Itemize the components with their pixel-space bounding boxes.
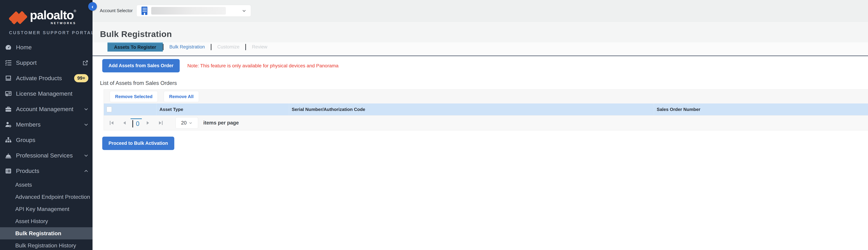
select-all-checkbox[interactable] <box>106 106 112 112</box>
account-selector-dropdown[interactable] <box>136 5 251 17</box>
certificate-icon <box>4 90 12 98</box>
gauge-icon <box>4 43 12 51</box>
first-page-button[interactable] <box>107 118 117 128</box>
sidebar-item-assets[interactable]: Assets <box>0 179 93 191</box>
proceed-to-bulk-activation-button[interactable]: Proceed to Bulk Activation <box>102 137 174 150</box>
sidebar-item-label: Account Management <box>16 106 84 113</box>
sub-item-label: Bulk Registration History <box>15 242 76 249</box>
page-input-caret <box>132 120 133 127</box>
title-area: Bulk Registration Assets To Register Bul… <box>93 22 868 56</box>
sidebar-item-home[interactable]: Home <box>0 39 93 55</box>
previous-page-button[interactable] <box>120 118 129 128</box>
tab-bulk-registration[interactable]: Bulk Registration <box>163 42 211 52</box>
list-box-icon <box>4 167 12 175</box>
sidebar-item-label: Members <box>16 121 84 128</box>
sidebar-item-label: Activate Products <box>16 75 74 82</box>
sub-item-label: Assets <box>15 182 32 188</box>
chevron-down-icon <box>242 8 246 13</box>
sidebar-item-activate-products[interactable]: Activate Products 99+ <box>0 70 93 86</box>
chevron-down-icon <box>84 107 88 112</box>
sidebar: paloalto® NETWORKS CUSTOMER SUPPORT PORT… <box>0 0 93 250</box>
add-assets-button[interactable]: Add Assets from Sales Order <box>102 59 180 72</box>
paloalto-logo: paloalto® NETWORKS <box>9 9 86 26</box>
sidebar-item-account-management[interactable]: Account Management <box>0 101 93 117</box>
member-gear-icon <box>4 121 12 128</box>
sidebar-item-groups[interactable]: Groups <box>0 132 93 148</box>
page-title: Bulk Registration <box>93 22 868 42</box>
brand-name: paloalto <box>30 8 73 22</box>
assets-grid: Remove Selected Remove All Asset Type Se… <box>104 89 868 130</box>
sidebar-item-api-key-management[interactable]: API Key Management <box>0 203 93 215</box>
brand-sub: NETWORKS <box>30 22 76 25</box>
remove-selected-button[interactable]: Remove Selected <box>110 91 158 102</box>
sidebar-item-members[interactable]: Members <box>0 117 93 132</box>
chevron-left-icon: ‹ <box>92 3 93 10</box>
sub-item-label: Bulk Registration <box>15 230 61 237</box>
sub-item-label: API Key Management <box>15 206 69 212</box>
proceed-row: Proceed to Bulk Activation <box>102 137 868 150</box>
action-row: Add Assets from Sales Order Note: This f… <box>102 59 868 72</box>
header-cell-serial-number[interactable]: Serial Number/Authorization Code <box>289 103 654 115</box>
building-icon <box>141 6 148 15</box>
sidebar-item-advanced-endpoint-protection[interactable]: Advanced Endpoint Protection <box>0 191 93 203</box>
app-root: paloalto® NETWORKS CUSTOMER SUPPORT PORT… <box>0 0 868 250</box>
grid-toolbar: Remove Selected Remove All <box>104 90 868 103</box>
products-sub-nav: Assets Advanced Endpoint Protection API … <box>0 179 93 250</box>
next-page-button[interactable] <box>143 118 153 128</box>
tab-label: Assets To Register <box>114 44 156 50</box>
sidebar-item-label: Home <box>16 44 88 51</box>
account-name-redacted <box>151 7 226 14</box>
remove-all-button[interactable]: Remove All <box>164 91 199 102</box>
sidebar-item-asset-history[interactable]: Asset History <box>0 215 93 227</box>
laptop-icon <box>4 74 12 82</box>
sidebar-item-label: Support <box>16 59 83 66</box>
chevron-down-icon <box>189 121 192 125</box>
chevron-down-icon <box>84 122 88 127</box>
tab-label: Bulk Registration <box>169 44 205 50</box>
sidebar-item-license-management[interactable]: License Management <box>0 86 93 101</box>
main-area: Account Selector Feedback <box>93 0 868 250</box>
sidebar-item-support[interactable]: Support <box>0 55 93 70</box>
topbar: Account Selector Feedback <box>93 0 868 22</box>
header-cell-asset-type[interactable]: Asset Type <box>157 103 289 115</box>
sidebar-item-bulk-registration-history[interactable]: Bulk Registration History <box>0 240 93 250</box>
sidebar-item-label: Products <box>16 167 84 174</box>
logo-block: paloalto® NETWORKS CUSTOMER SUPPORT PORT… <box>0 0 93 37</box>
sidebar-item-label: Groups <box>16 137 88 144</box>
portal-name: CUSTOMER SUPPORT PORTAL <box>9 30 86 35</box>
tab-label: Review <box>252 44 267 50</box>
page-content: Add Assets from Sales Order Note: This f… <box>93 56 868 250</box>
registered-mark: ® <box>73 9 76 13</box>
tab-customize: Customize <box>212 42 245 52</box>
items-per-page-label: items per page <box>203 120 239 126</box>
page-size-value: 20 <box>181 120 187 126</box>
chevron-up-icon <box>84 169 88 173</box>
header-cell-checkbox <box>104 103 157 115</box>
sidebar-item-bulk-registration[interactable]: Bulk Registration <box>0 227 93 240</box>
service-bell-icon <box>4 152 12 159</box>
sidebar-item-label: Professional Services <box>16 152 84 159</box>
chevron-down-icon <box>84 153 88 158</box>
sidebar-collapse-button[interactable]: ‹ <box>88 2 97 11</box>
org-chart-icon <box>4 136 12 144</box>
grid-header-row: Asset Type Serial Number/Authorization C… <box>104 103 868 115</box>
account-selector-label: Account Selector <box>100 8 133 13</box>
sidebar-nav: Home Support Activate Products 99+ <box>0 39 93 179</box>
tab-review: Review <box>246 42 273 52</box>
checklist-icon <box>4 59 12 67</box>
current-page-number: 0 <box>136 120 140 127</box>
sidebar-item-label: License Management <box>16 90 88 97</box>
wizard-tabs: Assets To Register Bulk Registration Cus… <box>93 42 868 55</box>
header-cell-sales-order-number[interactable]: Sales Order Number <box>654 103 868 115</box>
last-page-button[interactable] <box>156 118 165 128</box>
sub-item-label: Advanced Endpoint Protection <box>15 194 90 200</box>
activate-products-badge: 99+ <box>74 74 88 82</box>
grid-pager: 0 20 items per page No items to display <box>104 115 868 130</box>
sub-item-label: Asset History <box>15 218 48 224</box>
tab-assets-to-register[interactable]: Assets To Register <box>107 42 163 52</box>
page-size-dropdown[interactable]: 20 <box>176 117 198 129</box>
feature-note: Note: This feature is only available for… <box>187 63 339 69</box>
current-page-indicator[interactable]: 0 <box>130 118 142 127</box>
sidebar-item-professional-services[interactable]: Professional Services <box>0 148 93 163</box>
sidebar-item-products[interactable]: Products <box>0 163 93 179</box>
